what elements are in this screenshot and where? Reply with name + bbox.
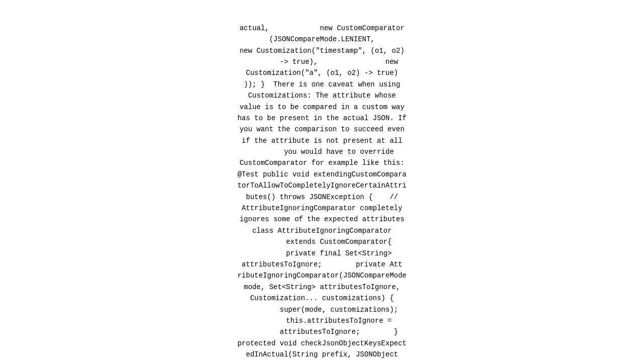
code-line: protected void checkJsonObjectKeysExpect: [10, 338, 634, 349]
code-line: )); } There is one caveat when using: [10, 79, 634, 90]
code-line: attributesToIgnore; private Att: [10, 259, 634, 270]
code-line: private final Set<String>: [10, 248, 634, 259]
code-line: butes() throws JSONException { //: [10, 192, 634, 203]
code-line: you would have to override: [10, 146, 634, 157]
code-line: if the attribute is not present at all: [10, 135, 634, 146]
code-line: -> true), new: [10, 56, 634, 67]
code-line: you want the comparison to succeed even: [10, 124, 634, 135]
code-line: has to be present in the actual JSON. If: [10, 113, 634, 124]
code-line: expected, JSONObject actual,: [10, 360, 634, 363]
code-line: this.attributesToIgnore =: [10, 315, 634, 326]
code-line: ignores some of the expected attributes: [10, 214, 634, 225]
code-line: extends CustomComparator{: [10, 236, 634, 247]
code-line: actual, new CustomComparator: [10, 23, 634, 34]
code-line: mode, Set<String> attributesToIgnore,: [10, 282, 634, 293]
code-line: attributesToIgnore; }: [10, 326, 634, 337]
code-line: super(mode, customizations);: [10, 304, 634, 315]
code-line: edInActual(String prefix, JSONObject: [10, 349, 634, 360]
code-line: new Customization("timestamp", (o1, o2): [10, 45, 634, 56]
code-line: @Test public void extendingCustomCompara: [10, 169, 634, 180]
code-line: Customization... customizations) {: [10, 293, 634, 304]
code-block: actual, new CustomComparator(JSONCompare…: [0, 0, 644, 362]
code-line: ributeIgnoringComparator(JSONCompareMode: [10, 270, 634, 281]
code-line: AttributeIgnoringComparator completely: [10, 203, 634, 214]
code-line: Customizations: The attribute whose: [10, 90, 634, 101]
code-line: Customization("a", (o1, o2) -> true): [10, 67, 634, 78]
code-line: class AttributeIgnoringComparator: [10, 225, 634, 236]
code-line: torToAllowToCompletelyIgnoreCertainAttri: [10, 180, 634, 191]
code-line: CustomComparator for example like this:: [10, 157, 634, 168]
code-line: value is to be compared in a custom way: [10, 102, 634, 113]
code-line: (JSONCompareMode.LENIENT,: [10, 34, 634, 45]
